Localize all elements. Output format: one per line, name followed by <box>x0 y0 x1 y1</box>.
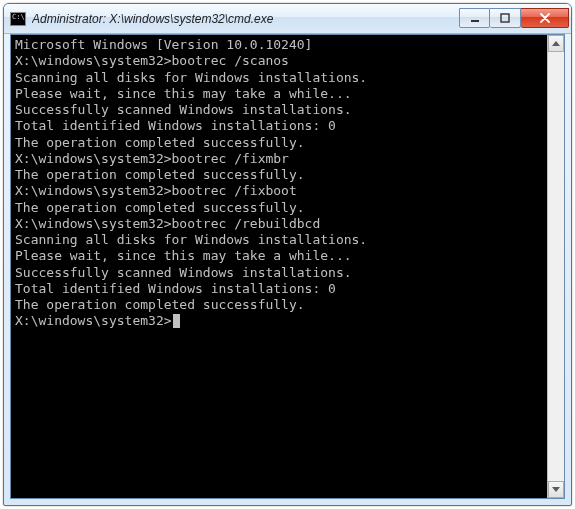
command-line: X:\windows\system32>bootrec /rebuildbcd <box>15 216 543 232</box>
svg-rect-0 <box>471 20 479 22</box>
output-line: Total identified Windows installations: … <box>15 281 543 297</box>
output-line: Scanning all disks for Windows installat… <box>15 70 543 86</box>
output-line: Total identified Windows installations: … <box>15 118 543 134</box>
output-line: Successfully scanned Windows installatio… <box>15 265 543 281</box>
chevron-up-icon <box>552 41 560 46</box>
output-line: Scanning all disks for Windows installat… <box>15 232 543 248</box>
window-frame: Administrator: X:\windows\system32\cmd.e… <box>3 3 572 506</box>
scroll-down-button[interactable] <box>548 481 564 498</box>
output-line: Please wait, since this may take a while… <box>15 86 543 102</box>
window-controls <box>459 9 569 28</box>
scroll-up-button[interactable] <box>548 35 564 52</box>
terminal-output[interactable]: Microsoft Windows [Version 10.0.10240]X:… <box>11 35 547 498</box>
close-button[interactable] <box>521 8 569 28</box>
command-line: X:\windows\system32>bootrec /fixmbr <box>15 151 543 167</box>
output-line: Successfully scanned Windows installatio… <box>15 102 543 118</box>
svg-rect-1 <box>501 14 509 22</box>
output-line: Please wait, since this may take a while… <box>15 248 543 264</box>
scrollbar-track[interactable] <box>548 52 564 481</box>
command-line: X:\windows\system32>bootrec /scanos <box>15 53 543 69</box>
chevron-down-icon <box>552 487 560 492</box>
output-line: The operation completed successfully. <box>15 135 543 151</box>
version-line: Microsoft Windows [Version 10.0.10240] <box>15 37 543 53</box>
cursor <box>173 314 180 328</box>
title-bar[interactable]: Administrator: X:\windows\system32\cmd.e… <box>4 4 571 34</box>
active-prompt[interactable]: X:\windows\system32> <box>15 313 543 329</box>
minimize-button[interactable] <box>459 8 490 28</box>
cmd-icon <box>10 12 26 26</box>
maximize-button[interactable] <box>490 8 521 28</box>
client-area: Microsoft Windows [Version 10.0.10240]X:… <box>10 34 565 499</box>
scrollbar-vertical[interactable] <box>547 35 564 498</box>
command-line: X:\windows\system32>bootrec /fixboot <box>15 183 543 199</box>
output-line: The operation completed successfully. <box>15 167 543 183</box>
output-line: The operation completed successfully. <box>15 297 543 313</box>
window-title: Administrator: X:\windows\system32\cmd.e… <box>32 12 455 26</box>
output-line: The operation completed successfully. <box>15 200 543 216</box>
